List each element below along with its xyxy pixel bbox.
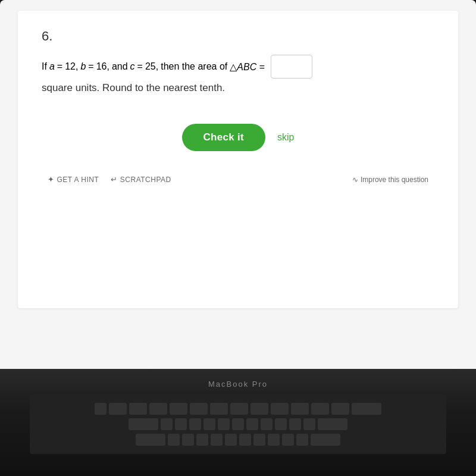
key — [303, 418, 315, 430]
action-row: Check it skip — [42, 124, 434, 151]
scratchpad-label: SCRATCHPAD — [120, 176, 171, 184]
key — [232, 418, 244, 430]
scratchpad-link[interactable]: ↵ SCRATCHPAD — [111, 175, 171, 184]
eq1: = — [57, 61, 62, 72]
a-value: 12, — [65, 61, 78, 72]
key — [268, 434, 280, 446]
key — [331, 403, 349, 415]
key — [230, 403, 248, 415]
answer-input[interactable] — [271, 55, 312, 79]
skip-button[interactable]: skip — [277, 132, 294, 143]
and-text: and — [112, 61, 128, 72]
key — [250, 403, 268, 415]
key — [311, 434, 340, 446]
keyboard-row-2 — [129, 418, 347, 430]
hint-icon: ✦ — [48, 175, 55, 184]
key — [95, 403, 107, 415]
key — [190, 403, 208, 415]
key — [291, 403, 309, 415]
if-text: If — [42, 61, 47, 72]
key — [182, 434, 194, 446]
keyboard-area — [30, 394, 446, 454]
c-variable: c — [130, 61, 135, 72]
key — [352, 403, 381, 415]
a-variable: a — [49, 61, 55, 72]
key — [311, 403, 329, 415]
key — [136, 434, 165, 446]
key — [168, 434, 180, 446]
key — [196, 434, 208, 446]
key — [318, 418, 347, 430]
eq3: = — [137, 61, 143, 72]
eq2: = — [88, 61, 93, 72]
key — [218, 418, 230, 430]
key — [170, 403, 187, 415]
b-variable: b — [80, 61, 86, 72]
key — [271, 403, 289, 415]
bottom-left-actions: ✦ GET A HINT ↵ SCRATCHPAD — [48, 175, 171, 184]
key — [246, 418, 258, 430]
key — [261, 418, 273, 430]
key — [211, 434, 223, 446]
get-hint-link[interactable]: ✦ GET A HINT — [48, 175, 99, 184]
keyboard-row-1 — [95, 403, 381, 415]
question-number: 6. — [42, 29, 434, 44]
macbook-brand: MacBook Pro — [208, 380, 268, 389]
question-line2: square units. Round to the nearest tenth… — [42, 82, 434, 94]
improve-label: Improve this question — [361, 176, 428, 184]
key — [161, 418, 173, 430]
triangle-text: △ABC = — [230, 61, 265, 73]
improve-question-link[interactable]: ∿ Improve this question — [352, 176, 428, 184]
hint-label: GET A HINT — [57, 176, 99, 184]
key — [189, 418, 201, 430]
laptop-bezel: MacBook Pro — [0, 369, 476, 476]
key — [210, 403, 228, 415]
key — [289, 418, 301, 430]
improve-icon: ∿ — [352, 176, 358, 184]
key — [225, 434, 237, 446]
key — [239, 434, 251, 446]
question-container: 6. If a = 12, b = 16, and c = 25, then t… — [18, 11, 458, 308]
question-line1: If a = 12, b = 16, and c = 25, then the … — [42, 55, 434, 79]
browser-screen: 6. If a = 12, b = 16, and c = 25, then t… — [0, 0, 476, 369]
then-text: then the area of — [161, 61, 227, 72]
key — [296, 434, 308, 446]
key — [149, 403, 167, 415]
key — [129, 403, 147, 415]
key — [282, 434, 294, 446]
c-value: 25, — [145, 61, 158, 72]
key — [129, 418, 158, 430]
check-it-button[interactable]: Check it — [182, 124, 266, 151]
keyboard-row-3 — [136, 434, 340, 446]
key — [275, 418, 287, 430]
key — [109, 403, 127, 415]
key — [175, 418, 187, 430]
scratchpad-icon: ↵ — [111, 175, 118, 184]
key — [253, 434, 265, 446]
bottom-bar: ✦ GET A HINT ↵ SCRATCHPAD ∿ Improve this… — [42, 175, 434, 184]
key — [203, 418, 215, 430]
b-value: 16, — [96, 61, 109, 72]
